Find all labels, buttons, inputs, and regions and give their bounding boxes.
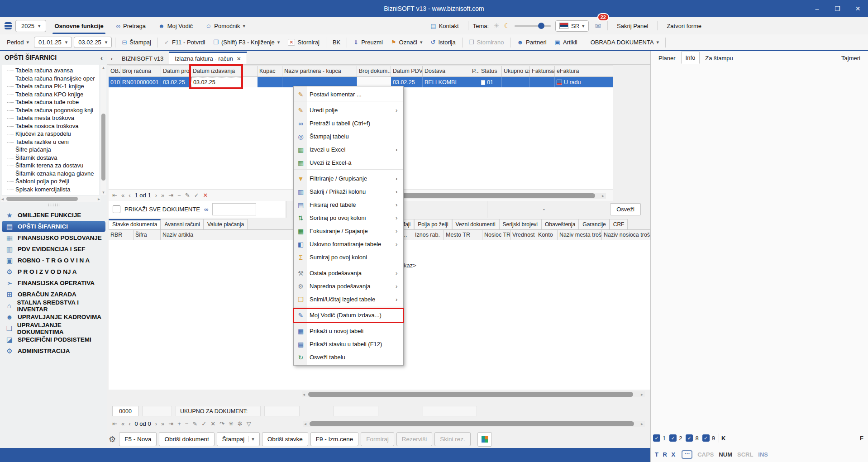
tree-item[interactable]: Tabela nosioca troškova	[2, 122, 99, 130]
pager-last-icon[interactable]: ⇥	[168, 420, 173, 427]
context-menu-item[interactable]: ▦ Prikaži u novoj tabeli	[294, 324, 403, 338]
column-header[interactable]: Naziv nosioca troška	[602, 230, 650, 240]
language-selector[interactable]: SR ▾	[555, 20, 589, 32]
theme-slider[interactable]	[515, 25, 551, 27]
change-prices-button[interactable]: F9 - Izm.cene	[310, 432, 359, 446]
tree-item[interactable]: Tabela računa finansijske oper	[2, 75, 99, 83]
pager-prev-page-icon[interactable]: «	[121, 192, 124, 199]
column-header[interactable]: Naziv mesta troška	[558, 230, 602, 240]
column-header[interactable]: Datum PDV	[391, 66, 423, 76]
column-header[interactable]: eFaktura	[555, 66, 613, 76]
tab-za-stampu[interactable]: Za štampu	[701, 52, 737, 64]
cell-fakturisano[interactable]	[530, 77, 555, 88]
context-menu-item[interactable]: ▤ Prikaži stavku u tabeli (F12)	[294, 338, 403, 351]
new-document-button[interactable]: F5 - Nova	[119, 432, 157, 446]
articles-button[interactable]: ▣ Artikli	[552, 37, 581, 48]
column-header[interactable]: Status	[479, 66, 502, 76]
column-header[interactable]: Naziv partnera - kupca	[282, 66, 357, 76]
splitter-grip[interactable]	[48, 203, 60, 207]
show-all-documents-checkbox[interactable]	[113, 205, 120, 213]
context-menu-item[interactable]: ◎ Štampaj tabelu	[294, 130, 403, 143]
tree-item[interactable]: Tabela računa PK-1 knjige	[2, 82, 99, 90]
context-menu-item[interactable]: ▦ Uvezi iz Excel-a	[294, 156, 403, 170]
download-button[interactable]: ⇓ Preuzmi	[350, 37, 386, 48]
close-forms-button[interactable]: Zatvori forme	[662, 19, 706, 33]
sidebar-nav-item[interactable]: ◪ SPECIFIČNI PODSISTEMI	[0, 334, 107, 345]
context-menu-item[interactable]: ▦ Fokusiranje / Spajanje ›	[294, 224, 403, 238]
mark-dropdown[interactable]: ⚑ Označi ▾	[388, 37, 426, 48]
confirm-row-icon[interactable]: ✓	[201, 420, 206, 427]
cell-efaktura[interactable]: U radu	[555, 77, 613, 88]
tree-item[interactable]: Tabela računa tuđe robe	[2, 98, 99, 106]
sidebar-nav-item[interactable]: ▥ PDV EVIDENCIJA I SEF	[0, 243, 107, 255]
pager-prev-page-icon[interactable]: «	[121, 420, 124, 427]
partners-button[interactable]: ☻ Partneri	[514, 37, 549, 48]
column-header[interactable]: Kupac	[258, 66, 282, 76]
context-menu-item[interactable]: ▥ Sakrij / Prikaži kolonu ›	[294, 185, 403, 198]
minimize-button[interactable]: –	[807, 0, 827, 17]
delete-items-button[interactable]: Obriši stavke	[262, 432, 308, 446]
sidebar-nav-item[interactable]: ➢ FINANSIJSKA OPERATIVA	[0, 277, 107, 289]
cell-broj-racuna[interactable]: RN010000001	[120, 77, 161, 88]
context-menu-item[interactable]: ↻ Osveži tabelu	[294, 351, 403, 364]
tab-izlazna-faktura[interactable]: Izlazna faktura - račun ✕	[169, 52, 247, 64]
mail-button[interactable]: ✉ 22	[593, 20, 603, 32]
column-header[interactable]: Broj računa	[120, 66, 161, 76]
scroll-left-icon[interactable]: ◂	[304, 421, 306, 427]
context-menu-item[interactable]: ❒ Snimi/Učitaj izgled tabele ›	[294, 293, 403, 306]
column-header[interactable]: Ukupno iznos	[502, 66, 530, 76]
year-selector[interactable]: 2025 ▾	[15, 20, 46, 32]
print-split-button[interactable]: Štampaj ▾	[217, 432, 260, 446]
scroll-up-icon[interactable]: ▴	[100, 65, 106, 70]
cell-datum-prometa[interactable]: 03.02.25	[161, 77, 191, 88]
refresh-row-icon[interactable]: ↷	[219, 420, 224, 427]
checkbox-1[interactable]: ✓	[653, 434, 660, 442]
print-button[interactable]: ⊟ Štampaj	[119, 37, 154, 48]
cell-kupac[interactable]	[258, 77, 282, 88]
context-menu-item[interactable]: ◧ Uslovno formatiranje tabele ›	[294, 238, 403, 251]
tree-item[interactable]: Tabela razlike u ceni	[2, 138, 99, 146]
column-header[interactable]: Dostava	[423, 66, 470, 76]
sidebar-nav-item[interactable]: ❏ UPRAVLJANJE DOKUMENTIMA	[0, 323, 107, 334]
context-menu-item[interactable]: ∞ Pretraži u tabeli (Ctrl+f)	[294, 117, 403, 130]
scroll-down-icon[interactable]: ▾	[100, 190, 106, 195]
edit-row-icon[interactable]: ✎	[185, 192, 190, 199]
tree-item[interactable]: Šifre plaćanja	[2, 146, 99, 154]
sidebar-nav-item[interactable]: ⌂ STALNA SREDSTVA I INVENTAR	[0, 300, 107, 311]
tree-item[interactable]: Šifarnik terena za dostavu	[2, 162, 99, 170]
scroll-right-icon[interactable]: ▸	[602, 193, 604, 199]
detail-tab[interactable]: Garancije	[579, 219, 609, 229]
scrollbar-thumb[interactable]	[6, 197, 78, 201]
tree-item[interactable]: Tabela računa avansa	[2, 67, 99, 75]
scrollbar-thumb[interactable]	[101, 114, 105, 181]
cell-obj[interactable]: 010	[109, 77, 120, 88]
close-button[interactable]: ✕	[848, 0, 868, 17]
pager-next-icon[interactable]: ›	[155, 420, 157, 427]
filter-icon[interactable]: ▽	[247, 420, 251, 427]
confirm-button[interactable]: ✓ F11 - Potvrdi	[161, 37, 208, 48]
layout-grid-button[interactable]	[477, 432, 492, 447]
tree-horizontal-scrollbar[interactable]: ◂ ▸	[1, 196, 100, 202]
scroll-right-icon[interactable]: ▸	[98, 196, 100, 201]
bk-button[interactable]: BK	[329, 37, 343, 48]
pager-prev-icon[interactable]: ‹	[129, 420, 130, 427]
posting-dropdown[interactable]: ❐ (Shift) F3 - Knjiženje ▾	[210, 37, 283, 48]
scrollbar-thumb[interactable]	[308, 392, 633, 397]
tree-vertical-scrollbar[interactable]: ▴ ▾	[100, 65, 106, 195]
document-processing-dropdown[interactable]: OBRADA DOKUMENTA ▾	[587, 37, 662, 48]
checkbox-9[interactable]: ✓	[702, 434, 710, 442]
cancel-document-button[interactable]: ✕ Storniraj	[285, 37, 323, 48]
tab-info[interactable]: Info	[681, 52, 700, 64]
sidebar-nav-item[interactable]: ★ OMILJENE FUNKCIJE	[0, 210, 107, 221]
detail-tab[interactable]: Stavke dokumenta	[109, 219, 161, 229]
column-header[interactable]: OBJ	[109, 66, 120, 76]
pager-next-icon[interactable]: ›	[155, 192, 157, 199]
sidebar-nav-item[interactable]: ▣ ROBNO - T R G O V I N A	[0, 255, 107, 266]
date-from-field[interactable]: 01.01.25 ▾	[34, 37, 72, 48]
context-menu-item[interactable]: ▼ Filtriranje / Grupisanje ›	[294, 172, 403, 185]
tab-biznisoft[interactable]: BIZNISOFT v13	[116, 53, 169, 64]
edit-row-icon[interactable]: ✎	[192, 420, 197, 427]
column-header[interactable]: P...	[470, 66, 479, 76]
context-menu-item[interactable]: ✎ Postavi komentar ...	[294, 88, 403, 101]
tab-tajmeri[interactable]: Tajmeri	[837, 52, 864, 64]
